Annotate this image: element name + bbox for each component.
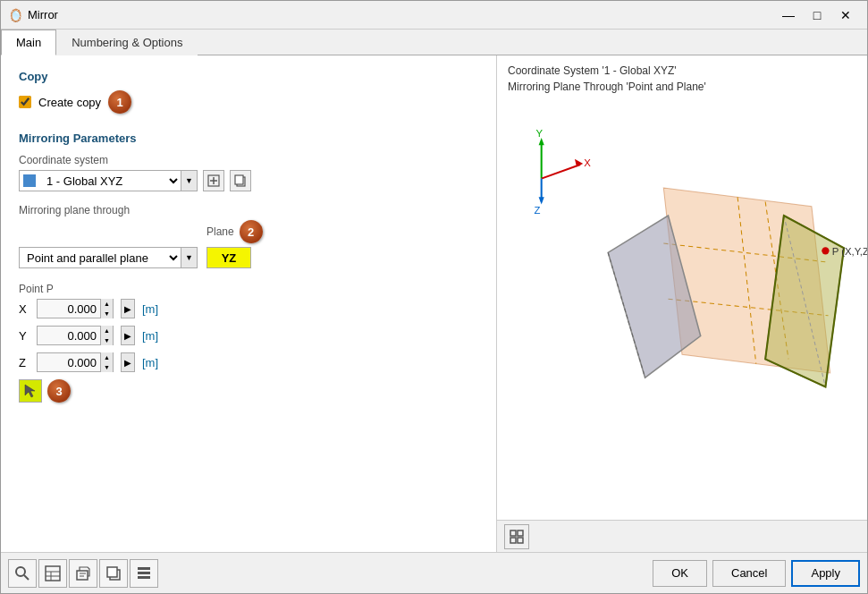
x-arrow-btn[interactable]: ▶ [121, 299, 135, 318]
z-spin-down[interactable]: ▼ [101, 362, 113, 372]
svg-text:Y: Y [535, 128, 543, 139]
copy-section-title: Copy [19, 70, 478, 83]
pick-row: 3 [19, 379, 478, 403]
coord-copy-button[interactable] [230, 170, 251, 191]
viewport-info-line2: Mirroring Plane Through 'Point and Plane… [508, 79, 856, 95]
svg-rect-39 [107, 567, 117, 577]
y-axis-label: Y [19, 329, 29, 343]
window-title: Mirror [28, 8, 774, 21]
copy-icon [233, 174, 248, 188]
bottom-right-buttons: OK Cancel Apply [653, 560, 860, 587]
svg-rect-42 [138, 576, 150, 579]
x-input-wrap[interactable]: ▲ ▼ [37, 299, 114, 318]
mirror-plane-select[interactable]: Point and parallel plane [20, 248, 181, 267]
y-row: Y ▲ ▼ ▶ [m] [19, 326, 478, 345]
create-copy-checkbox[interactable] [19, 96, 31, 108]
svg-text:P (X,Y,Z): P (X,Y,Z) [832, 247, 867, 258]
extra-bottom-icon [136, 565, 152, 581]
plane-value-input[interactable] [206, 247, 251, 268]
x-input[interactable] [38, 300, 100, 318]
viewport-canvas[interactable]: Y X Z [497, 97, 867, 520]
svg-marker-3 [25, 385, 35, 397]
table-bottom-button[interactable] [38, 559, 67, 588]
mirror-plane-label: Mirroring plane through [19, 204, 478, 216]
left-panel: Copy Create copy 1 Mirroring Parameters … [1, 55, 497, 552]
svg-text:Z: Z [534, 205, 540, 216]
view-icon [509, 529, 525, 545]
viewport-info-line1: Coordinate System '1 - Global XYZ' [508, 63, 856, 79]
viewport-icon-button[interactable] [504, 524, 529, 549]
search-bottom-button[interactable] [8, 559, 37, 588]
plane-select-wrap: Point and parallel plane ▼ [19, 247, 198, 268]
z-input-wrap[interactable]: ▲ ▼ [37, 352, 114, 372]
extra-bottom-button[interactable] [130, 559, 158, 588]
new-icon [206, 174, 221, 188]
coord-system-arrow[interactable]: ▼ [181, 171, 197, 191]
axes: Y X Z [534, 128, 591, 216]
mirror-plane-row: Point and parallel plane ▼ Plane 2 [19, 220, 478, 268]
ok-button[interactable]: OK [653, 560, 707, 587]
x-spin-up[interactable]: ▲ [101, 299, 113, 309]
x-spinners: ▲ ▼ [100, 299, 113, 318]
y-spin-up[interactable]: ▲ [101, 326, 113, 335]
svg-rect-28 [518, 538, 523, 543]
copy-bottom-icon [105, 565, 122, 581]
plane-label: Plane [206, 225, 234, 238]
main-content: Copy Create copy 1 Mirroring Parameters … [1, 55, 867, 552]
svg-rect-35 [77, 571, 88, 580]
pick-point-button[interactable] [19, 379, 42, 403]
coord-system-select-wrap[interactable]: 1 - Global XYZ ▼ [19, 170, 198, 191]
export-bottom-button[interactable] [69, 559, 97, 588]
tab-numbering[interactable]: Numbering & Options [56, 30, 198, 55]
bottom-bar: OK Cancel Apply [1, 552, 867, 593]
minimize-button[interactable]: ― [774, 3, 803, 28]
apply-button[interactable]: Apply [791, 560, 860, 587]
point-p-section: Point P X ▲ ▼ ▶ [m] [19, 283, 478, 403]
badge-3: 3 [47, 379, 71, 403]
mirror-plane-select-wrap[interactable]: Point and parallel plane ▼ [19, 247, 198, 268]
app-icon: 🪞 [8, 8, 22, 22]
window-controls: ― □ ✕ [774, 3, 860, 28]
point-p-label: Point P [19, 283, 478, 295]
svg-rect-2 [235, 175, 243, 184]
badge-1: 1 [108, 90, 131, 114]
y-unit: [m] [142, 329, 158, 343]
coord-system-select[interactable]: 1 - Global XYZ [39, 171, 181, 191]
coord-system-label: Coordinate system [19, 154, 478, 166]
y-spin-down[interactable]: ▼ [101, 335, 113, 345]
z-input[interactable] [38, 353, 100, 371]
mirror-dialog: 🪞 Mirror ― □ ✕ Main Numbering & Options … [0, 0, 868, 594]
svg-rect-40 [138, 567, 150, 570]
z-arrow-btn[interactable]: ▶ [121, 352, 135, 372]
svg-line-7 [542, 165, 580, 179]
x-spin-down[interactable]: ▼ [101, 309, 113, 318]
z-row: Z ▲ ▼ ▶ [m] [19, 352, 478, 372]
y-arrow-btn[interactable]: ▶ [121, 326, 135, 345]
coord-new-button[interactable] [203, 170, 224, 191]
cancel-button[interactable]: Cancel [712, 560, 786, 587]
svg-marker-5 [539, 138, 544, 145]
viewport-svg: Y X Z [497, 97, 867, 520]
copy-bottom-button[interactable] [99, 559, 128, 588]
svg-point-23 [822, 247, 829, 254]
viewport-info: Coordinate System '1 - Global XYZ' Mirro… [497, 55, 867, 97]
mirror-plane-arrow[interactable]: ▼ [181, 248, 197, 267]
table-bottom-icon [45, 565, 61, 581]
y-input[interactable] [38, 327, 100, 344]
cursor-icon [22, 383, 38, 399]
plane-box: Plane 2 [206, 220, 263, 268]
tab-main[interactable]: Main [1, 30, 56, 55]
create-copy-row: Create copy 1 [19, 90, 478, 114]
svg-rect-31 [46, 566, 60, 581]
right-panel: Coordinate System '1 - Global XYZ' Mirro… [497, 55, 867, 552]
z-spin-up[interactable]: ▲ [101, 352, 113, 362]
bottom-icons [8, 559, 651, 588]
copy-section: Copy Create copy 1 [19, 70, 478, 114]
z-axis-label: Z [19, 356, 29, 369]
svg-marker-11 [539, 197, 544, 204]
maximize-button[interactable]: □ [803, 3, 831, 28]
close-button[interactable]: ✕ [831, 3, 860, 28]
create-copy-label[interactable]: Create copy [38, 96, 101, 109]
y-input-wrap[interactable]: ▲ ▼ [37, 326, 114, 345]
svg-text:X: X [584, 157, 591, 168]
